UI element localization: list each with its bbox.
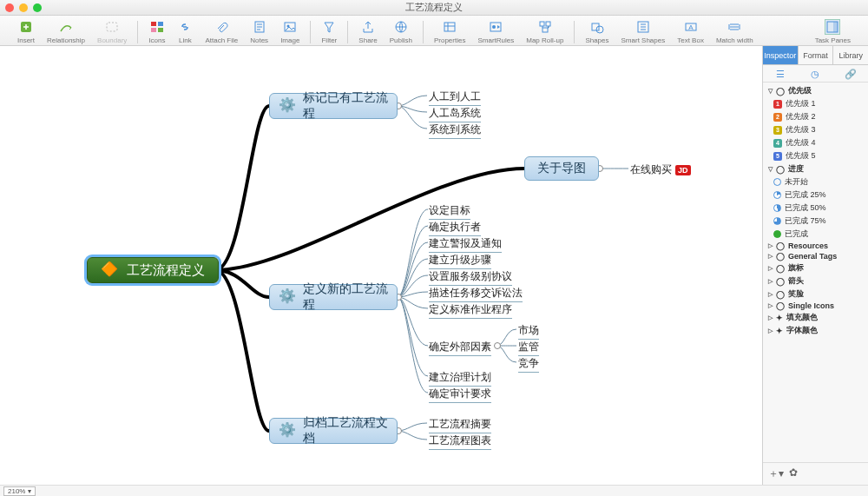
- tab-format[interactable]: Format: [799, 46, 834, 64]
- group-general-tags[interactable]: ▷◯ General Tags: [763, 251, 868, 261]
- toolbar: Insert Relationship Boundary Icons Link …: [0, 16, 868, 46]
- svg-rect-22: [833, 22, 838, 32]
- task-pane: Inspector Format Library ☰ ◷ 🔗 ▽◯ 优先级 1优…: [762, 46, 868, 485]
- mindmap-canvas[interactable]: 🔶 工艺流程定义 ⚙️ 标记已有工艺流程 人工到人工 人工岛系统 系统到系统 关…: [0, 46, 762, 485]
- svg-rect-10: [444, 23, 455, 31]
- leaf-sub[interactable]: 市场: [518, 323, 539, 338]
- paperclip-icon: [214, 19, 229, 35]
- zoom-selector[interactable]: 210% ▾: [3, 486, 36, 496]
- leaf-sub[interactable]: 竞争: [518, 356, 539, 371]
- priority-5[interactable]: 5优先级 5: [763, 149, 868, 162]
- link-button[interactable]: Link: [177, 19, 193, 44]
- leaf[interactable]: 确定外部因素: [429, 340, 491, 354]
- leaf[interactable]: 定义标准作业程序: [429, 302, 512, 317]
- match-width-button[interactable]: Match width: [716, 19, 753, 44]
- branch-archive[interactable]: ⚙️ 归档工艺流程文档: [269, 418, 398, 444]
- progress-75[interactable]: 已完成 75%: [763, 215, 868, 228]
- properties-button[interactable]: Properties: [434, 19, 465, 44]
- svg-point-17: [596, 26, 603, 33]
- text-box-button[interactable]: AText Box: [677, 19, 704, 44]
- leaf[interactable]: 建立治理计划: [429, 370, 491, 385]
- smart-shapes-button[interactable]: Smart Shapes: [621, 19, 666, 44]
- group-font-color[interactable]: ▷✦ 字体颜色: [763, 324, 868, 337]
- window-title: 工艺流程定义: [405, 1, 463, 14]
- leaf-purchase[interactable]: 在线购买JD: [630, 162, 691, 177]
- tab-inspector[interactable]: Inspector: [763, 46, 799, 64]
- leaf-sub[interactable]: 监管: [518, 340, 539, 354]
- leaf[interactable]: 设置服务级别协议: [429, 269, 512, 284]
- image-button[interactable]: Image: [280, 19, 299, 44]
- notes-button[interactable]: Notes: [250, 19, 268, 44]
- leaf[interactable]: 确定执行者: [429, 220, 481, 235]
- boundary-button[interactable]: Boundary: [97, 19, 127, 44]
- leaf[interactable]: 建立升级步骤: [429, 253, 491, 268]
- leaf[interactable]: 建立警报及通知: [429, 236, 502, 251]
- priority-header[interactable]: ▽◯ 优先级: [763, 84, 868, 97]
- progress-100[interactable]: 已完成: [763, 228, 868, 241]
- statusbar: 210% ▾: [0, 485, 868, 496]
- list-icon[interactable]: ☰: [763, 65, 798, 82]
- group-fill-color[interactable]: ▷✦ 填充颜色: [763, 311, 868, 324]
- group-resources[interactable]: ▷◯ Resources: [763, 241, 868, 251]
- maximize-icon[interactable]: [33, 3, 42, 12]
- priority-3[interactable]: 3优先级 3: [763, 123, 868, 136]
- add-icon[interactable]: ＋▾: [768, 466, 784, 481]
- progress-25[interactable]: 已完成 25%: [763, 188, 868, 202]
- relationship-icon: [58, 19, 74, 35]
- progress-header[interactable]: ▽◯ 进度: [763, 162, 868, 175]
- branch-about[interactable]: 关于导图: [524, 156, 599, 181]
- priority-1[interactable]: 1优先级 1: [763, 97, 868, 110]
- shapes-button[interactable]: Shapes: [585, 19, 608, 44]
- relationship-button[interactable]: Relationship: [47, 19, 85, 44]
- jd-icon: JD: [675, 165, 691, 175]
- svg-rect-15: [542, 28, 548, 32]
- close-icon[interactable]: [5, 3, 14, 12]
- leaf[interactable]: 描述任务移交诉讼法: [429, 286, 523, 301]
- svg-rect-5: [158, 28, 163, 32]
- filter-button[interactable]: Filter: [321, 19, 337, 44]
- group-single-icons[interactable]: ▷◯ Single Icons: [763, 301, 868, 311]
- properties-icon: [442, 19, 457, 35]
- central-topic[interactable]: 🔶 工艺流程定义: [87, 257, 219, 283]
- svg-rect-14: [546, 22, 550, 26]
- leaf[interactable]: 确定审计要求: [429, 387, 491, 401]
- clock-icon[interactable]: ◷: [798, 65, 832, 82]
- smartrules-button[interactable]: SmartRules: [477, 19, 514, 44]
- branch-label: 关于导图: [537, 161, 586, 176]
- settings-icon[interactable]: ✿: [789, 466, 798, 481]
- branch-mark-existing[interactable]: ⚙️ 标记已有工艺流程: [269, 93, 398, 119]
- priority-2[interactable]: 2优先级 2: [763, 110, 868, 123]
- leaf[interactable]: 设定目标: [429, 203, 470, 218]
- icons-button[interactable]: Icons: [148, 19, 165, 44]
- progress-0[interactable]: 未开始: [763, 175, 868, 188]
- tab-library[interactable]: Library: [833, 46, 868, 64]
- branch-define-new[interactable]: ⚙️ 定义新的工艺流程: [269, 284, 398, 310]
- group-arrows[interactable]: ▷◯ 箭头: [763, 274, 868, 288]
- progress-50[interactable]: 已完成 50%: [763, 202, 868, 215]
- map-rollup-button[interactable]: Map Roll-up: [526, 19, 563, 44]
- priority-4[interactable]: 4优先级 4: [763, 136, 868, 149]
- plus-icon: [18, 19, 34, 35]
- share-button[interactable]: Share: [358, 19, 377, 44]
- textbox-icon: A: [683, 19, 699, 35]
- central-label: 工艺流程定义: [127, 262, 205, 279]
- attach-file-button[interactable]: Attach File: [205, 19, 238, 44]
- leaf[interactable]: 工艺流程摘要: [429, 417, 491, 432]
- task-panes-icon: [825, 19, 840, 35]
- group-flags[interactable]: ▷◯ 旗标: [763, 261, 868, 274]
- group-smileys[interactable]: ▷◯ 笑脸: [763, 288, 868, 301]
- side-tabs: Inspector Format Library: [763, 46, 868, 65]
- minimize-icon[interactable]: [19, 3, 28, 12]
- titlebar: 工艺流程定义: [0, 0, 868, 16]
- leaf[interactable]: 系统到系统: [429, 122, 481, 137]
- leaf[interactable]: 人工到人工: [429, 89, 481, 104]
- leaf[interactable]: 工艺流程图表: [429, 433, 491, 448]
- leaf[interactable]: 人工岛系统: [429, 106, 481, 121]
- insert-button[interactable]: Insert: [17, 19, 35, 44]
- notes-icon: [252, 19, 267, 35]
- task-panes-button[interactable]: Task Panes: [815, 19, 851, 44]
- expand-knob[interactable]: [494, 342, 501, 349]
- publish-button[interactable]: Publish: [390, 19, 412, 44]
- link-icon[interactable]: 🔗: [833, 65, 868, 82]
- gear-icon: ⚙️: [279, 96, 296, 116]
